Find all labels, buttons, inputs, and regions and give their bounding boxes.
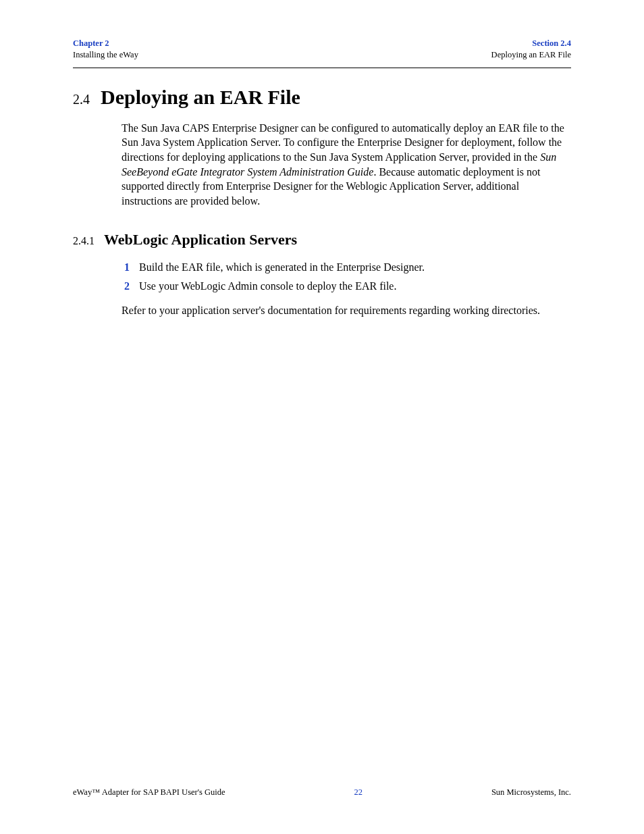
list-text: Build the EAR file, which is generated i… xyxy=(139,258,425,276)
header-right: Section 2.4 Deploying an EAR File xyxy=(491,38,571,61)
chapter-subtitle: Installing the eWay xyxy=(73,49,138,61)
para-part-a: The Sun Java CAPS Enterprise Designer ca… xyxy=(122,122,564,163)
ordered-list: 1 Build the EAR file, which is generated… xyxy=(122,258,571,294)
section-heading: 2.4 Deploying an EAR File xyxy=(73,86,571,109)
running-header: Chapter 2 Installing the eWay Section 2.… xyxy=(73,38,571,68)
section-number: 2.4 xyxy=(73,92,90,107)
section-paragraph: The Sun Java CAPS Enterprise Designer ca… xyxy=(122,121,571,209)
chapter-label: Chapter 2 xyxy=(73,38,138,49)
subsection-number: 2.4.1 xyxy=(73,235,95,247)
list-item: 1 Build the EAR file, which is generated… xyxy=(122,258,571,276)
list-number: 1 xyxy=(122,258,130,276)
section-subtitle: Deploying an EAR File xyxy=(491,49,571,61)
subsection-heading: 2.4.1 WebLogic Application Servers xyxy=(73,231,571,249)
subsection-paragraph: Refer to your application server's docum… xyxy=(122,303,571,318)
footer-left: eWay™ Adapter for SAP BAPI User's Guide xyxy=(73,787,225,798)
list-item: 2 Use your WebLogic Admin console to dep… xyxy=(122,277,571,295)
subsection-title: WebLogic Application Servers xyxy=(104,231,297,249)
footer-right: Sun Microsystems, Inc. xyxy=(491,787,571,798)
page-footer: eWay™ Adapter for SAP BAPI User's Guide … xyxy=(73,787,571,798)
page-content: Chapter 2 Installing the eWay Section 2.… xyxy=(0,0,644,317)
header-left: Chapter 2 Installing the eWay xyxy=(73,38,138,61)
section-title: Deploying an EAR File xyxy=(101,86,300,109)
page-number: 22 xyxy=(354,787,363,798)
list-number: 2 xyxy=(122,277,130,295)
section-label: Section 2.4 xyxy=(491,38,571,49)
list-text: Use your WebLogic Admin console to deplo… xyxy=(139,277,396,295)
